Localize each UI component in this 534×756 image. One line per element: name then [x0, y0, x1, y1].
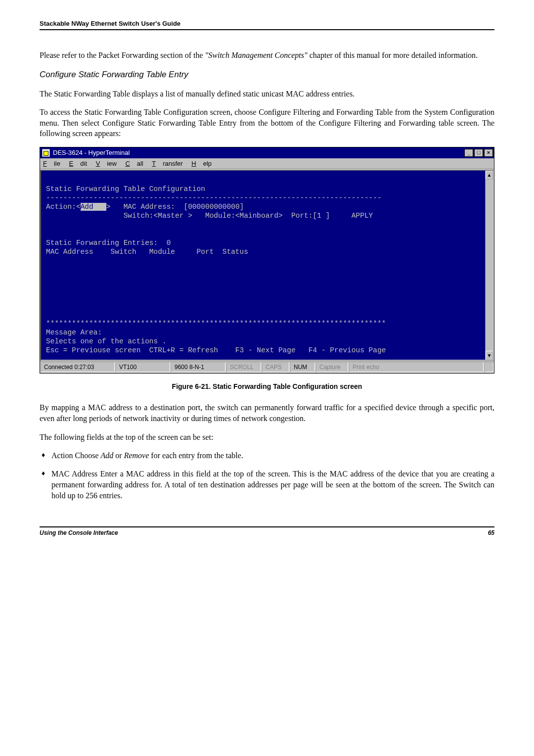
- term-l4: Switch:<Master > Module:<Mainboard> Port…: [46, 212, 373, 220]
- b1b: Add: [101, 451, 114, 460]
- field-list: Action Choose Add or Remove for each ent…: [40, 450, 494, 502]
- menubar: File Edit View Call Transfer Help: [40, 158, 494, 169]
- page-footer: Using the Console Interface 65: [40, 526, 494, 536]
- intro-text-a: Please refer to the Packet Forwarding se…: [40, 51, 205, 59]
- term-action-highlight: Add: [81, 203, 106, 211]
- menu-view[interactable]: View: [96, 160, 117, 167]
- term-l5: Static Forwarding Entries: 0: [46, 239, 171, 247]
- titlebar: DES-3624 - HyperTerminal _ □ ×: [40, 147, 494, 158]
- term-l2: ----------------------------------------…: [46, 194, 382, 202]
- status-connection: Connected 0:27:03: [41, 362, 115, 372]
- menu-help[interactable]: Help: [191, 160, 212, 167]
- footer-left: Using the Console Interface: [40, 529, 118, 536]
- term-l10: Esc = Previouse screen CTRL+R = Refresh …: [46, 346, 386, 354]
- intro-text-b: "Switch Management Concepts": [205, 51, 308, 59]
- menu-transfer[interactable]: Transfer: [152, 160, 182, 167]
- b1e: for each entry from the table.: [149, 451, 243, 460]
- terminal-body-wrap: Static Forwarding Table Configuration --…: [40, 169, 494, 361]
- status-caps: CAPS: [262, 362, 289, 372]
- term-l8: Message Area:: [46, 329, 102, 336]
- scroll-down-icon[interactable]: ▼: [486, 351, 493, 360]
- status-params: 9600 8-N-1: [171, 362, 225, 372]
- term-l7: ****************************************…: [46, 320, 386, 328]
- resize-grip-icon[interactable]: [485, 362, 493, 372]
- term-l3b: > MAC Address: [000000000000]: [106, 203, 244, 211]
- menu-call[interactable]: Call: [125, 160, 143, 167]
- scroll-up-icon[interactable]: ▲: [486, 171, 493, 180]
- status-scroll: SCROLL: [226, 362, 261, 372]
- b1c: or: [113, 451, 124, 460]
- section-heading: Configure Static Forwarding Table Entry: [40, 70, 494, 80]
- bullet-mac: MAC Address Enter a MAC address in this …: [40, 469, 494, 502]
- section-p1: The Static Forwarding Table displays a l…: [40, 89, 494, 99]
- footer-right: 65: [488, 529, 494, 536]
- close-button[interactable]: ×: [484, 149, 493, 157]
- vertical-scrollbar[interactable]: ▲ ▼: [485, 170, 494, 361]
- status-num: NUM: [290, 362, 315, 372]
- bullet-action: Action Choose Add or Remove for each ent…: [40, 450, 494, 461]
- after-p1: By mapping a MAC address to a destinatio…: [40, 402, 494, 424]
- term-l3a: Action:<: [46, 203, 81, 211]
- status-emulation: VT100: [116, 362, 170, 372]
- minimize-button[interactable]: _: [464, 149, 473, 157]
- statusbar: Connected 0:27:03 VT100 9600 8-N-1 SCROL…: [40, 361, 494, 373]
- page-header: Stackable NWay Ethernet Switch User's Gu…: [40, 20, 494, 30]
- window-controls: _ □ ×: [464, 149, 493, 157]
- menu-file[interactable]: File: [43, 160, 60, 167]
- status-print: Print echo: [349, 362, 484, 372]
- figure-caption: Figure 6-21. Static Forwarding Table Con…: [40, 382, 494, 390]
- menu-edit[interactable]: Edit: [69, 160, 87, 167]
- terminal-body[interactable]: Static Forwarding Table Configuration --…: [40, 170, 485, 361]
- titlebar-text: DES-3624 - HyperTerminal: [53, 149, 130, 156]
- b1d: Remove: [124, 451, 149, 460]
- intro-text-c: chapter of this manual for more detailed…: [308, 51, 478, 59]
- section-p2: To access the Static Forwarding Table Co…: [40, 107, 494, 139]
- app-icon: [42, 149, 50, 157]
- term-l6: MAC Address Switch Module Port Status: [46, 248, 248, 256]
- intro-paragraph: Please refer to the Packet Forwarding se…: [40, 50, 494, 61]
- status-capture: Capture: [316, 362, 348, 372]
- titlebar-left: DES-3624 - HyperTerminal: [42, 149, 130, 157]
- terminal-window: DES-3624 - HyperTerminal _ □ × File Edit…: [40, 147, 494, 374]
- term-l9: Selects one of the actions .: [46, 337, 167, 345]
- b1a: Action Choose: [51, 451, 101, 460]
- term-l1: Static Forwarding Table Configuration: [46, 185, 205, 193]
- after-p2: The following fields at the top of the s…: [40, 432, 494, 443]
- maximize-button[interactable]: □: [474, 149, 483, 157]
